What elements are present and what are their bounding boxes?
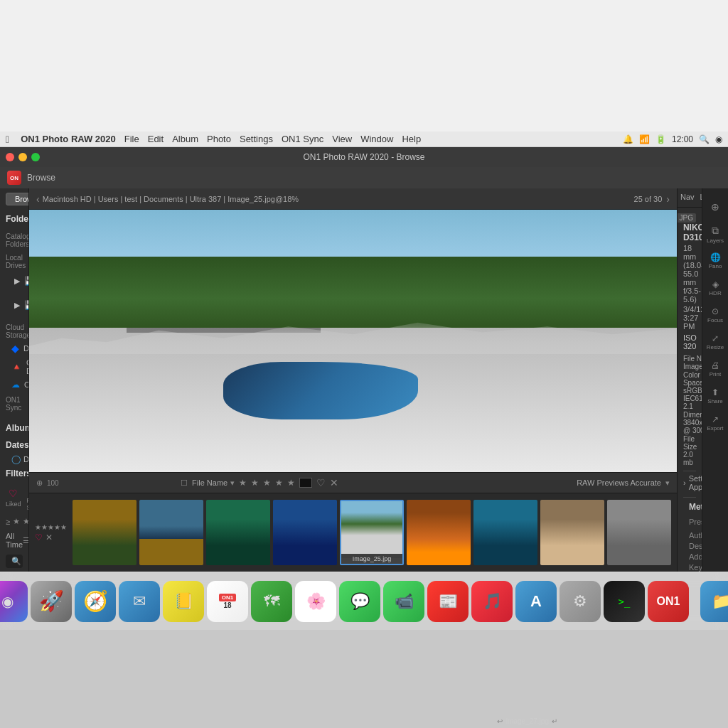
filmstrip-star-1[interactable]: ★ [239,478,247,488]
dock-photos[interactable]: 🌸 [295,581,336,622]
print-tool[interactable]: 🖨 Print [702,356,728,382]
x-icon-film[interactable]: ✕ [46,532,53,542]
share-icon: ⬆ [712,387,719,397]
zoom-icon[interactable]: ⊕ [36,478,43,488]
cloud-dropbox[interactable]: ◆ Dropbox [0,341,28,356]
breadcrumb-back-button[interactable]: ‹ [36,193,40,205]
time-menu-icon[interactable]: ☰ [23,536,29,545]
dock-prefs[interactable]: ⚙ [560,581,601,622]
menu-window[interactable]: Window [360,134,393,144]
date-label: Date [23,455,29,464]
search-menu-icon[interactable]: 🔍 [699,134,710,144]
filmstrip-thumb-1[interactable] [73,500,136,565]
filmstrip-star-3[interactable]: ★ [263,478,271,488]
menu-help[interactable]: Help [402,134,421,144]
clock: 12:00 [672,134,693,144]
drive-vmware[interactable]: ▶ 💾 VMware Shared Folders [0,291,28,319]
siri-menu-icon[interactable]: ◉ [715,134,722,144]
fullscreen-button[interactable] [31,153,40,161]
cursor-tool-icon[interactable]: ⊕ [702,194,728,220]
drive-macintosh[interactable]: ▶ 💾 Macintosh HD [0,271,28,291]
dock-files[interactable]: 📁 [700,581,728,622]
googledrive-icon: 🔺 [11,362,22,372]
dock-reminders[interactable]: ON1 18 [207,581,248,622]
cataloged-folders-label: Cataloged Folders [0,232,28,248]
dock-safari[interactable]: 🧭 [75,581,116,622]
star-2[interactable]: ★ [23,517,29,526]
counter-text: 25 of 30 [634,195,663,203]
export-icon: ↗ [712,414,719,424]
menu-view[interactable]: View [332,134,352,144]
dock-facetime[interactable]: 📹 [383,581,424,622]
time-text[interactable]: All Time [6,532,23,549]
tab-nav[interactable]: Nav [678,188,697,207]
main-image-area[interactable] [29,210,677,472]
star-filter-bar: ≥ ★ ★ ★ ★ ★ [0,514,28,529]
file-size-text: File Size 2.0 mb [683,435,697,466]
filmstrip-thumb-active[interactable]: Image_25.jpg [340,500,404,565]
filmstrip-thumb-6[interactable] [407,500,471,565]
tab-browse[interactable]: Browse [6,193,29,205]
cloud-onedrive[interactable]: ☁ OneDrive [0,378,28,392]
minimize-button[interactable] [18,153,27,161]
hdr-tool[interactable]: ◈ HDR [702,275,728,301]
pano-tool[interactable]: 🌐 Pano [702,248,728,274]
menu-file[interactable]: File [124,134,139,144]
sidebar-tabs: Browse Presets [0,188,28,210]
dock-maps[interactable]: 🗺 [251,581,292,622]
resize-tool[interactable]: ⤢ Resize [702,329,728,355]
filmstrip-center: ☐ File Name ▾ ★ ★ ★ ★ ★ ♡ ✕ [181,477,338,488]
settings-applied[interactable]: › Settings Applied [683,471,696,494]
filmstrip-star-4[interactable]: ★ [275,478,283,488]
pano-icon: 🌐 [710,252,721,262]
dock-terminal[interactable]: >_ [604,581,645,622]
menu-edit[interactable]: Edit [148,134,164,144]
filmstrip-thumb-7[interactable] [473,500,537,565]
metadata-section: Metadata Preset None Author Description [683,502,696,572]
filmstrip-thumb-2[interactable] [139,500,203,565]
layers-tool[interactable]: ⧉ Layers [702,221,728,247]
filmstrip-thumb-3[interactable] [206,500,270,565]
star-1[interactable]: ★ [13,517,20,526]
window-title: ON1 Photo RAW 2020 - Browse [304,152,425,162]
focus-tool[interactable]: ⊙ Focus [702,302,728,328]
filmstrip-thumb-4[interactable] [273,500,337,565]
date-item[interactable]: ◯ Date [0,453,28,466]
export-tool[interactable]: ↗ Export [702,410,728,436]
menu-album[interactable]: Album [172,134,198,144]
filmstrip-x-icon[interactable]: ✕ [330,477,338,488]
layers-icon: ⧉ [712,225,719,237]
dock-mail[interactable]: ✉ [119,581,160,622]
notification-icon[interactable]: 🔔 [623,134,633,144]
dock-siri[interactable]: ◉ [0,581,28,622]
dock-notes[interactable]: 📒 [163,581,204,622]
camera-header: JPG NIKON D3100 18 mm (18.0-55.0 mm f/3.… [683,213,696,331]
preset-label: Preset [689,518,702,526]
menu-photo[interactable]: Photo [207,134,231,144]
menu-on1sync[interactable]: ON1 Sync [282,134,323,144]
share-tool[interactable]: ⬆ Share [702,383,728,409]
dock-appstore[interactable]: A [515,581,557,622]
main-photo [29,210,677,472]
dock-news[interactable]: 📰 [427,581,469,622]
dock-music[interactable]: 🎵 [471,581,513,622]
dock-on1[interactable]: ON1 [648,581,689,622]
menu-settings[interactable]: Settings [240,134,273,144]
breadcrumb-forward-button[interactable]: › [666,193,670,205]
filmstrip-thumb-9[interactable] [607,500,671,565]
filmstrip-thumb-8[interactable] [540,500,604,565]
color-swatch-btn[interactable] [299,478,312,488]
filmstrip-heart-icon[interactable]: ♡ [316,477,326,488]
sort-filename-button[interactable]: File Name ▾ [192,478,235,488]
cloud-googledrive[interactable]: 🔺 Google Drive [0,356,28,378]
accurate-dropdown[interactable]: ▾ [665,478,670,488]
close-button[interactable] [6,153,14,161]
dock-launchpad[interactable]: 🚀 [31,581,72,622]
menu-app-name[interactable]: ON1 Photo RAW 2020 [21,134,116,144]
dock-messages[interactable]: 💬 [339,581,380,622]
on1-logo: ON [7,171,21,185]
heart-icon-film[interactable]: ♡ [35,532,43,542]
filmstrip-star-5[interactable]: ★ [287,478,295,488]
filter-liked[interactable]: ♡ Liked [6,488,21,508]
filmstrip-star-2[interactable]: ★ [251,478,259,488]
